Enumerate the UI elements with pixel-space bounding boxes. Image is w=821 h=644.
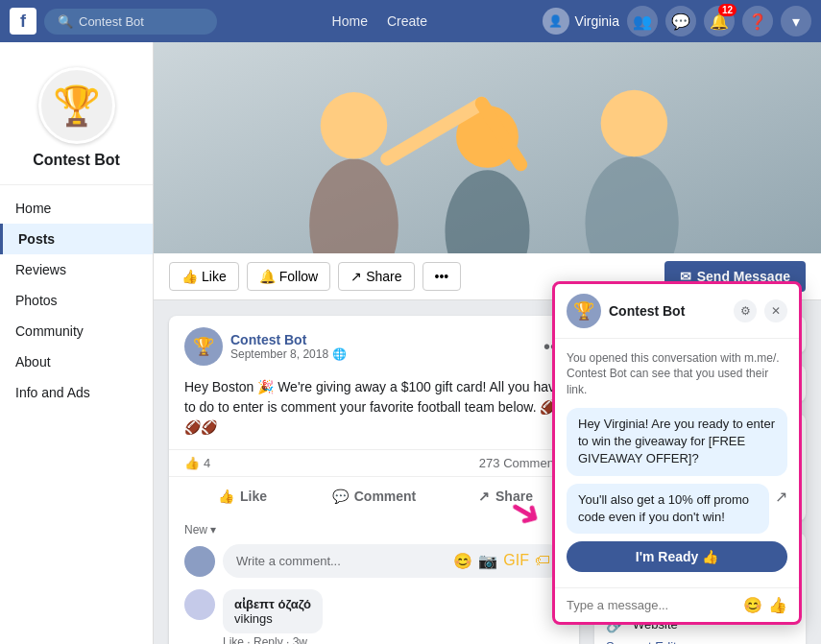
share-icon: ↗ <box>350 269 362 284</box>
comments-section: New ▾ Write a comment... 😊 📷 GIF 🏷 <box>169 515 579 644</box>
sidebar-item-home[interactable]: Home <box>0 193 153 224</box>
follow-icon: 🔔 <box>259 269 276 284</box>
post-header: 🏆 Contest Bot September 8, 2018 🌐 ••• <box>169 316 579 377</box>
cover-svg <box>154 42 821 253</box>
globe-icon: 🌐 <box>332 347 347 361</box>
chatbot-footer: 😊 👍 <box>555 587 799 622</box>
like-count: 👍 4 <box>184 456 210 470</box>
help-icon-btn[interactable]: ❓ <box>742 6 773 36</box>
comment-actions: Like · Reply · 3w <box>223 635 323 644</box>
thumbs-up-icon: 👍 <box>181 269 198 284</box>
chatbot-avatar: 🏆 <box>567 294 601 328</box>
notification-badge: 12 <box>718 4 736 16</box>
chatbot-cta-button[interactable]: I'm Ready 👍 <box>567 541 787 572</box>
page-name: Contest Bot <box>15 152 137 169</box>
sidebar-item-posts[interactable]: Posts <box>0 224 153 254</box>
friends-icon-btn[interactable]: 👥 <box>627 6 658 36</box>
comment-count[interactable]: 273 Comments <box>479 456 564 470</box>
post-content: Hey Boston 🎉 We're giving away a $100 gi… <box>169 377 579 449</box>
sidebar-item-info[interactable]: Info and Ads <box>0 377 153 408</box>
chatbot-header: 🏆 Contest Bot ⚙ ✕ <box>555 284 799 339</box>
chatbot-settings-btn[interactable]: ⚙ <box>734 299 757 322</box>
messenger-icon-btn[interactable]: 💬 <box>665 6 696 36</box>
chatbot-intro-text: You opened this conversation with m.me/.… <box>567 350 787 398</box>
svg-point-3 <box>321 92 388 159</box>
sidebar-nav: Home Posts Reviews Photos Community Abou… <box>0 185 153 416</box>
suggest-edits-btn[interactable]: Suggest Edits <box>606 639 794 644</box>
nav-home-link[interactable]: Home <box>332 13 368 29</box>
like-action-icon: 👍 <box>218 489 234 504</box>
comment-bubble: αἰβεπτ όζαζό vikings <box>223 589 323 633</box>
comment-row: αἰβεπτ όζαζό vikings Like · Reply · 3w <box>184 589 564 644</box>
comment-action-btn[interactable]: 💬 Comment <box>308 481 440 512</box>
sidebar-item-reviews[interactable]: Reviews <box>0 254 153 285</box>
nav-create-link[interactable]: Create <box>387 13 427 29</box>
comment-avatar <box>184 589 215 620</box>
like-action-btn[interactable]: 👍 Like <box>177 481 308 512</box>
posts-section: 🏆 Contest Bot September 8, 2018 🌐 ••• He… <box>169 316 579 644</box>
search-icon: 🔍 <box>58 14 73 29</box>
gif-icon: GIF <box>503 552 529 570</box>
post-date: September 8, 2018 🌐 <box>230 347 347 361</box>
cover-photo <box>154 42 821 253</box>
post-author-avatar: 🏆 <box>184 327 223 366</box>
cover-area: 👍 Like 🔔 Follow ↗ Share ••• ✉ Send Messa… <box>154 42 821 300</box>
facebook-logo[interactable]: f <box>10 8 36 35</box>
camera-icon: 📷 <box>478 552 497 570</box>
chatbot-name: Contest Bot <box>609 303 726 319</box>
left-sidebar: 🏆 Contest Bot Home Posts Reviews Photos … <box>0 42 154 644</box>
page-avatar: 🏆 <box>38 67 115 144</box>
comment-action-icon: 💬 <box>332 489 349 504</box>
chatbot-send-icons: 😊 👍 <box>743 596 787 614</box>
chatbot-close-btn[interactable]: ✕ <box>764 299 787 322</box>
chatbot-message-2: You'll also get a 10% off promo code eve… <box>567 484 769 534</box>
cover-scene <box>154 42 821 253</box>
chatbot-body: You opened this conversation with m.me/.… <box>555 339 799 587</box>
top-navigation: f 🔍 Home Create 👤 Virginia 👥 💬 🔔 12 ❓ ▾ <box>0 0 821 42</box>
user-profile-nav[interactable]: 👤 Virginia <box>543 8 619 35</box>
commenter-avatar <box>184 546 215 577</box>
emoji-send-icon[interactable]: 😊 <box>743 596 762 614</box>
user-name: Virginia <box>575 13 619 29</box>
chatbot-popup: 🏆 Contest Bot ⚙ ✕ You opened this conver… <box>552 281 802 625</box>
search-input[interactable] <box>79 14 194 29</box>
comment-author: αἰβεπτ όζαζό <box>234 597 311 611</box>
post-card: 🏆 Contest Bot September 8, 2018 🌐 ••• He… <box>169 316 579 644</box>
emoji-icon: 😊 <box>453 552 472 570</box>
comment-text: vikings <box>234 611 311 626</box>
account-menu-btn[interactable]: ▾ <box>781 6 811 36</box>
sidebar-item-community[interactable]: Community <box>0 316 153 346</box>
comment-input-row: Write a comment... 😊 📷 GIF 🏷 <box>184 544 564 578</box>
follow-button[interactable]: 🔔 Follow <box>247 262 330 291</box>
chatbot-controls: ⚙ ✕ <box>734 299 787 322</box>
share-action-icon: ↗ <box>478 489 490 504</box>
svg-point-7 <box>601 90 668 157</box>
comment-input-icons: 😊 📷 GIF 🏷 <box>453 552 550 570</box>
comment-input-box[interactable]: Write a comment... 😊 📷 GIF 🏷 <box>223 544 564 578</box>
like-icon: 👍 <box>184 456 200 470</box>
notifications-icon-btn[interactable]: 🔔 12 <box>704 6 735 36</box>
like-page-button[interactable]: 👍 Like <box>169 262 239 291</box>
sidebar-item-photos[interactable]: Photos <box>0 285 153 316</box>
more-options-button[interactable]: ••• <box>423 262 462 291</box>
post-author-name[interactable]: Contest Bot <box>230 332 347 347</box>
chatbot-share-icon[interactable]: ↗ <box>775 488 787 506</box>
chatbot-message-1: Hey Virginia! Are you ready to enter to … <box>567 408 787 476</box>
post-stats: 👍 4 273 Comments <box>169 449 579 477</box>
search-bar[interactable]: 🔍 <box>44 9 217 35</box>
page-profile-section: 🏆 Contest Bot <box>0 58 153 185</box>
sticker-icon: 🏷 <box>535 552 550 570</box>
sidebar-item-about[interactable]: About <box>0 346 153 377</box>
chatbot-promo-row: You'll also get a 10% off promo code eve… <box>567 484 787 534</box>
thumbs-send-icon[interactable]: 👍 <box>768 596 787 614</box>
chatbot-message-input[interactable] <box>567 598 736 612</box>
share-button[interactable]: ↗ Share <box>338 262 414 291</box>
user-avatar: 👤 <box>543 8 569 35</box>
